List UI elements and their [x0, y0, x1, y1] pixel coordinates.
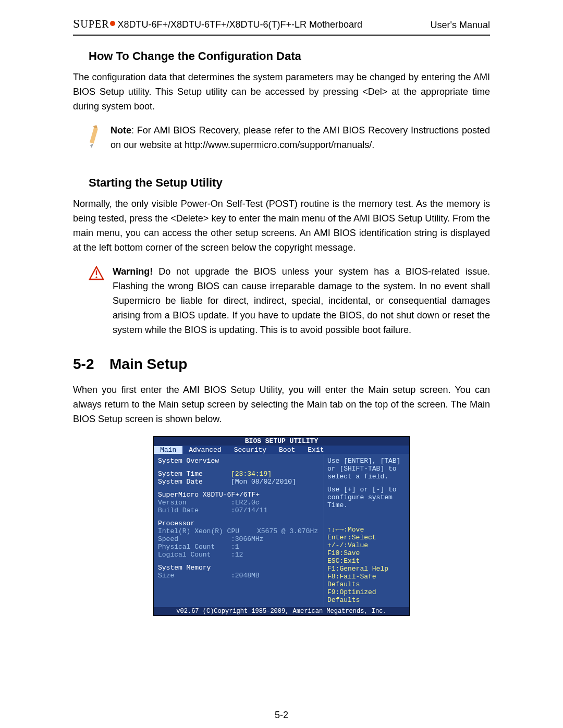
bios-tab-exit[interactable]: Exit: [301, 446, 330, 454]
para-main-setup: When you first enter the AMI BIOS Setup …: [73, 383, 490, 427]
bios-physcount-value: :1: [231, 543, 239, 551]
bios-tab-security[interactable]: Security: [228, 446, 273, 454]
header-doc: User's Manual: [431, 20, 490, 31]
bios-cpu-model: Intel(R) Xeon(R) CPU: [158, 527, 257, 535]
bios-time-label: System Time: [158, 470, 231, 478]
bios-footer: v02.67 (C)Copyright 1985-2009, American …: [154, 607, 409, 615]
section-number: 5-2: [73, 356, 109, 373]
warning-block: Warning! Do not upgrade the BIOS unless …: [73, 265, 490, 337]
bios-right-pane: Use [ENTER], [TAB] or [SHIFT-TAB] to sel…: [324, 454, 409, 607]
bios-help-keys: ↑↓←→:Move Enter:Select +/-/:Value F10:Sa…: [327, 526, 406, 604]
bios-board: SuperMicro X8DTU-6F+/6TF+: [158, 491, 320, 499]
bios-title: BIOS SETUP UTILITY: [154, 437, 409, 446]
bios-memory: System Memory: [158, 564, 320, 572]
page-number: 5-2: [0, 710, 563, 721]
pencil-icon: [89, 124, 102, 153]
note-label: Note: [111, 125, 131, 135]
bios-size-label: Size: [158, 572, 231, 579]
bios-speed-label: Speed: [158, 535, 231, 543]
svg-marker-2: [90, 143, 93, 148]
para-start-setup: Normally, the only visible Power-On Self…: [73, 197, 490, 255]
bios-date-label: System Date: [158, 478, 231, 486]
note-block: Note: For AMI BIOS Recovery, please refe…: [73, 124, 490, 153]
bios-tab-boot[interactable]: Boot: [273, 446, 301, 454]
bios-size-value: :2048MB: [231, 572, 260, 579]
bios-screenshot: BIOS SETUP UTILITY Main Advanced Securit…: [153, 436, 410, 616]
bios-processor: Processor: [158, 520, 320, 527]
section-title: Main Setup: [109, 356, 187, 372]
heading-main-setup: 5-2Main Setup: [73, 356, 490, 373]
bios-left-pane: System Overview System Time[23:34:19] Sy…: [154, 454, 324, 607]
bios-version-value: :LR2.0c: [231, 499, 260, 507]
warning-label: Warning!: [113, 266, 153, 277]
bios-speed-value: :3066MHz: [231, 535, 263, 543]
heading-start-setup: Starting the Setup Utility: [89, 176, 490, 190]
header-rule: [73, 34, 490, 36]
note-text: : For AMI BIOS Recovery, please refer to…: [111, 125, 490, 150]
page-header: SUPER X8DTU-6F+/X8DTU-6TF+/X8DTU-6(T)F+-…: [73, 17, 490, 33]
brand-logo: SUPER: [73, 17, 115, 31]
svg-point-5: [95, 276, 97, 278]
bios-build-value: :07/14/11: [231, 507, 267, 514]
bios-time-value[interactable]: [23:34:19]: [231, 470, 320, 478]
bios-tab-advanced[interactable]: Advanced: [182, 446, 227, 454]
bios-date-value[interactable]: [Mon 08/02/2010]: [231, 478, 320, 486]
warning-text: Do not upgrade the BIOS unless your syst…: [113, 266, 490, 335]
logo-dot-icon: [110, 21, 115, 26]
bios-tab-bar: Main Advanced Security Boot Exit: [154, 446, 409, 454]
bios-logcount-label: Logical Count: [158, 551, 231, 559]
bios-cpu-sku: X5675 @ 3.07GHz: [257, 527, 318, 535]
bios-physcount-label: Physical Count: [158, 543, 231, 551]
header-model: X8DTU-6F+/X8DTU-6TF+/X8DTU-6(T)F+-LR Mot…: [117, 19, 362, 30]
bios-overview: System Overview: [158, 457, 320, 465]
bios-logcount-value: :12: [231, 551, 243, 559]
bios-help-top: Use [ENTER], [TAB] or [SHIFT-TAB] to sel…: [327, 457, 406, 509]
bios-tab-main[interactable]: Main: [154, 446, 182, 454]
warning-icon: [89, 265, 104, 337]
para-change-config: The configuration data that determines t…: [73, 70, 490, 114]
svg-rect-1: [90, 127, 98, 143]
bios-build-label: Build Date: [158, 507, 231, 514]
bios-version-label: Version: [158, 499, 231, 507]
heading-change-config: How To Change the Configuration Data: [89, 50, 490, 63]
